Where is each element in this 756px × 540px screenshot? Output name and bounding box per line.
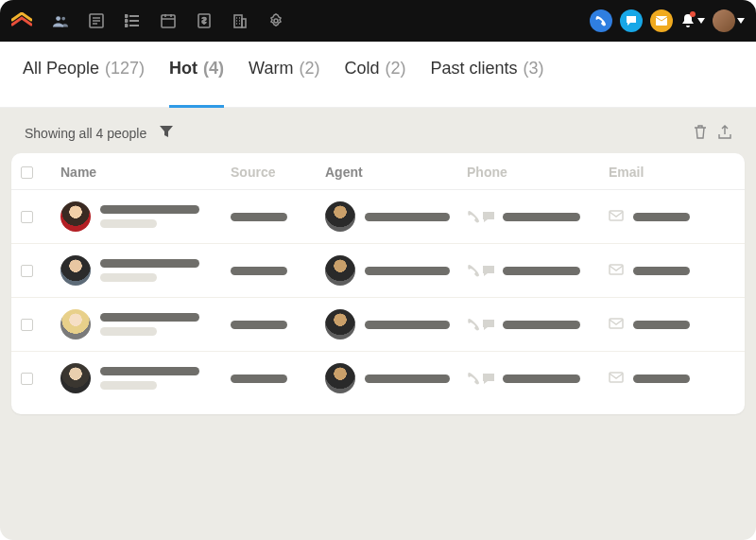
filter-button[interactable] [160,126,173,142]
email-placeholder [633,375,690,383]
people-icon[interactable] [53,13,68,28]
agent-avatar [325,201,355,232]
delete-button[interactable] [694,125,707,142]
svg-rect-12 [610,211,623,220]
note-icon[interactable] [89,13,104,28]
profile-avatar [713,9,735,32]
svg-rect-14 [610,319,623,328]
tab-warm[interactable]: Warm (2) [249,59,319,108]
col-phone[interactable]: Phone [467,165,609,180]
svg-point-1 [61,17,65,21]
tab-count: (4) [203,59,224,78]
money-icon[interactable] [197,13,212,28]
sub-placeholder [100,381,157,390]
svg-point-5 [125,25,128,27]
table-header: Name Source Agent Phone Email [11,153,745,190]
email-icon [609,370,624,387]
phone-icon [467,318,480,331]
person-avatar [60,255,91,286]
tab-past-clients[interactable]: Past clients (3) [430,59,543,108]
building-icon[interactable] [232,13,248,28]
tab-count: (127) [105,59,145,78]
sms-icon [482,264,495,277]
chevron-down-icon [697,17,705,25]
tab-count: (2) [299,59,319,78]
svg-rect-8 [234,15,242,27]
sms-icon [482,318,495,331]
list-icon[interactable] [125,13,140,28]
col-agent[interactable]: Agent [325,165,467,180]
source-placeholder [231,321,287,329]
tab-count: (2) [385,59,405,78]
mail-button[interactable] [650,9,673,32]
person-avatar [60,201,91,232]
agent-placeholder [365,267,450,275]
source-placeholder [231,375,287,383]
tab-hot[interactable]: Hot (4) [169,59,224,108]
svg-point-0 [56,16,60,21]
people-table: Name Source Agent Phone Email [11,153,745,414]
svg-point-10 [274,19,278,23]
phone-placeholder [503,213,580,221]
email-placeholder [633,321,690,329]
tab-label: Cold [344,59,379,78]
table-row[interactable] [11,190,745,244]
col-source[interactable]: Source [231,165,325,180]
table-row[interactable] [11,298,745,352]
export-button[interactable] [718,125,731,142]
logo-icon[interactable] [11,10,32,31]
svg-rect-13 [610,265,623,274]
chevron-down-icon [737,17,745,25]
notifications-button[interactable] [680,13,705,28]
source-placeholder [231,267,287,275]
email-placeholder [633,267,690,275]
showing-text: Showing all 4 people [25,126,146,141]
name-placeholder [100,205,199,214]
source-placeholder [231,213,287,221]
calendar-icon[interactable] [161,13,176,28]
email-icon [609,316,624,333]
call-button[interactable] [590,9,612,32]
agent-avatar [325,309,355,340]
sms-icon [482,372,495,385]
select-all-checkbox[interactable] [21,166,33,179]
col-name[interactable]: Name [60,165,231,180]
profile-menu[interactable] [713,9,745,32]
row-checkbox[interactable] [21,265,33,277]
agent-avatar [325,255,355,286]
sub-placeholder [100,327,157,336]
row-checkbox[interactable] [21,319,33,331]
col-email[interactable]: Email [609,165,713,180]
svg-rect-9 [242,19,246,27]
phone-icon [467,210,480,223]
phone-placeholder [503,267,580,275]
email-placeholder [633,213,690,221]
sub-placeholder [100,219,157,228]
sub-placeholder [100,273,157,282]
svg-point-3 [125,15,128,18]
people-tabs: All People (127) Hot (4) Warm (2) Cold (… [0,42,756,108]
person-avatar [60,363,91,393]
sms-icon [482,210,495,223]
settings-icon[interactable] [268,13,284,28]
agent-avatar [325,363,355,393]
name-placeholder [100,367,199,375]
top-nav [0,0,756,42]
table-row[interactable] [11,352,745,405]
row-checkbox[interactable] [21,211,33,223]
phone-icon [467,372,480,385]
notification-dot [690,11,696,17]
email-icon [609,208,624,225]
tab-all-people[interactable]: All People (127) [23,59,145,108]
tab-label: All People [23,59,99,78]
phone-placeholder [503,321,580,329]
svg-rect-15 [610,373,623,382]
table-row[interactable] [11,244,745,298]
name-placeholder [100,259,199,268]
chat-button[interactable] [620,9,643,32]
tab-count: (3) [524,59,544,78]
row-checkbox[interactable] [21,373,33,385]
email-icon [609,262,624,279]
agent-placeholder [365,213,450,221]
tab-cold[interactable]: Cold (2) [344,59,405,108]
